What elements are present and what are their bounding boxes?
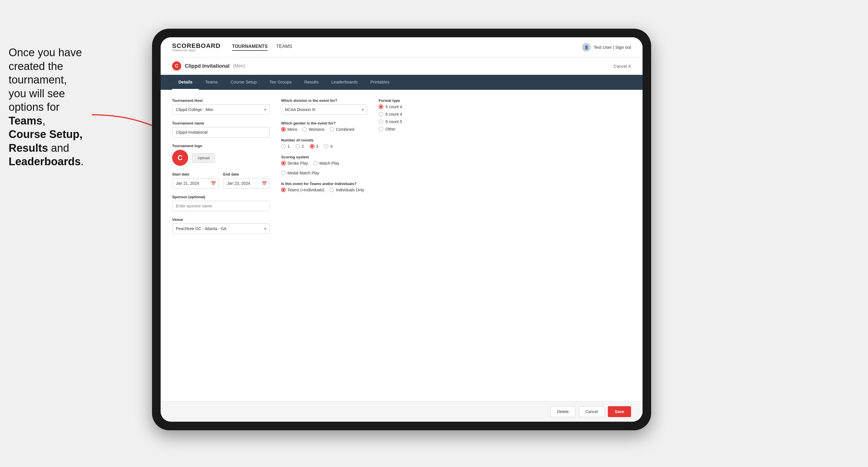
logo-text: SCOREBOARD [172,43,221,49]
delete-button[interactable]: Delete [551,406,575,417]
individuals-only-radio[interactable] [330,188,334,192]
tablet-screen: SCOREBOARD Powered by clippd TOURNAMENTS… [161,37,643,422]
tab-teams[interactable]: Teams [199,75,224,90]
division-select-wrapper: NCAA Division III [281,104,367,115]
scoring-stroke[interactable]: Stroke Play [281,161,308,165]
app-container: SCOREBOARD Powered by clippd TOURNAMENTS… [161,37,643,422]
rounds-4-radio[interactable] [324,144,329,149]
logo-preview: C [172,150,188,166]
user-sign-out[interactable]: Test User | Sign out [593,45,631,50]
tournament-icon: C [172,61,181,70]
tab-leaderboards[interactable]: Leaderboards [325,75,364,90]
scoring-label: Scoring system [281,155,367,159]
scoring-match-radio[interactable] [313,161,318,165]
tab-details[interactable]: Details [172,75,199,90]
start-date-group: Start date 📅 [172,172,219,188]
tournament-header: C Clippd Invitational (Men) Cancel X [161,57,643,75]
rounds-3-label: 3 [316,144,318,149]
venue-label: Venue [172,217,270,222]
tournament-host-group: Tournament Host Clippd College - Men [172,98,270,115]
individuals-only-label: Individuals Only [336,188,364,192]
instruction-text: Once you have created the tournament, yo… [0,40,121,175]
format-other[interactable]: Other [379,127,447,131]
tournament-name: Clippd Invitational [185,63,229,69]
rounds-2-label: 2 [302,144,304,149]
format-6count5[interactable]: 6 count 5 [379,119,447,124]
scoring-stroke-radio[interactable] [281,161,286,165]
individuals-only[interactable]: Individuals Only [330,188,364,192]
calendar-icon-start: 📅 [211,181,216,186]
sponsor-input[interactable] [172,201,270,211]
round-2[interactable]: 2 [296,144,304,149]
format-6count5-label: 6 count 5 [385,119,402,124]
gender-mens-radio[interactable] [281,127,286,132]
round-1[interactable]: 1 [281,144,290,149]
format-other-label: Other [385,127,396,131]
tab-course-setup[interactable]: Course Setup [224,75,263,90]
tab-printables[interactable]: Printables [364,75,396,90]
teams-group: Is this event for Teams and/or Individua… [281,182,367,192]
user-avatar: 👤 [582,43,591,52]
scoring-medal-radio[interactable] [281,171,286,175]
logo-upload-area: C Upload [172,150,270,166]
tab-bar: Details Teams Course Setup Tee Groups Re… [161,75,643,90]
end-date-label: End date [223,172,270,177]
footer-cancel-button[interactable]: Cancel [579,406,605,417]
tournament-logo-label: Tournament logo [172,144,270,148]
format-6count4-radio[interactable] [379,112,383,117]
end-date-group: End date 📅 [223,172,270,188]
format-radio-col: 5 count 4 6 count 4 6 count 5 [379,104,447,131]
gender-combined[interactable]: Combined [330,127,354,132]
end-date-wrapper: 📅 [223,178,270,188]
gender-label: Which gender is the event for? [281,121,367,125]
teams-plus-radio[interactable] [281,188,286,192]
rounds-3-radio[interactable] [310,144,314,149]
form-col-mid: Which division is the event for? NCAA Di… [281,98,367,393]
tab-results[interactable]: Results [298,75,325,90]
tournament-logo-group: Tournament logo C Upload [172,144,270,166]
form-col-left: Tournament Host Clippd College - Men Tou… [172,98,270,393]
round-4[interactable]: 4 [324,144,333,149]
gender-womens[interactable]: Womens [302,127,324,132]
gender-combined-radio[interactable] [330,127,334,132]
venue-select[interactable]: Peachtree GC - Atlanta - GA [172,223,270,234]
nav-links: TOURNAMENTS TEAMS [232,44,292,51]
format-5count4-radio[interactable] [379,104,383,109]
scoring-group: Scoring system Stroke Play Match Play [281,155,367,175]
nav-right: 👤 Test User | Sign out [582,43,631,52]
tournament-name-label: Tournament name [172,121,270,125]
division-select[interactable]: NCAA Division III [281,104,367,115]
tab-tee-groups[interactable]: Tee Groups [263,75,298,90]
rounds-1-radio[interactable] [281,144,286,149]
gender-combined-label: Combined [336,127,354,132]
gender-mens-label: Mens [287,127,297,132]
save-button[interactable]: Save [608,406,631,417]
scoring-medal-label: Medal Match Play [287,171,319,175]
rounds-label: Number of rounds [281,138,367,142]
format-5count4[interactable]: 5 count 4 [379,104,447,109]
tournament-name-input[interactable] [172,127,270,137]
round-3[interactable]: 3 [310,144,318,149]
format-6count4[interactable]: 6 count 4 [379,112,447,117]
nav-teams[interactable]: TEAMS [276,44,292,51]
form-footer: Delete Cancel Save [161,401,643,422]
upload-button[interactable]: Upload [192,153,215,163]
scoring-medal[interactable]: Medal Match Play [281,171,319,175]
tournament-title-area: C Clippd Invitational (Men) [172,61,245,70]
date-group: Start date 📅 End date 📅 [172,172,270,188]
form-area: Tournament Host Clippd College - Men Tou… [161,90,643,401]
cancel-button[interactable]: Cancel X [614,64,631,68]
format-6count5-radio[interactable] [379,119,383,124]
tournament-host-select[interactable]: Clippd College - Men [172,104,270,115]
format-other-radio[interactable] [379,127,383,131]
division-label: Which division is the event for? [281,98,367,103]
rounds-2-radio[interactable] [296,144,300,149]
gender-womens-radio[interactable] [302,127,307,132]
logo-sub: Powered by clippd [172,49,221,52]
scoring-match-label: Match Play [319,161,339,165]
gender-group: Which gender is the event for? Mens Wome… [281,121,367,132]
teams-plus-individuals[interactable]: Teams (+Individuals) [281,188,324,192]
gender-mens[interactable]: Mens [281,127,297,132]
nav-tournaments[interactable]: TOURNAMENTS [232,44,268,51]
scoring-match[interactable]: Match Play [313,161,339,165]
